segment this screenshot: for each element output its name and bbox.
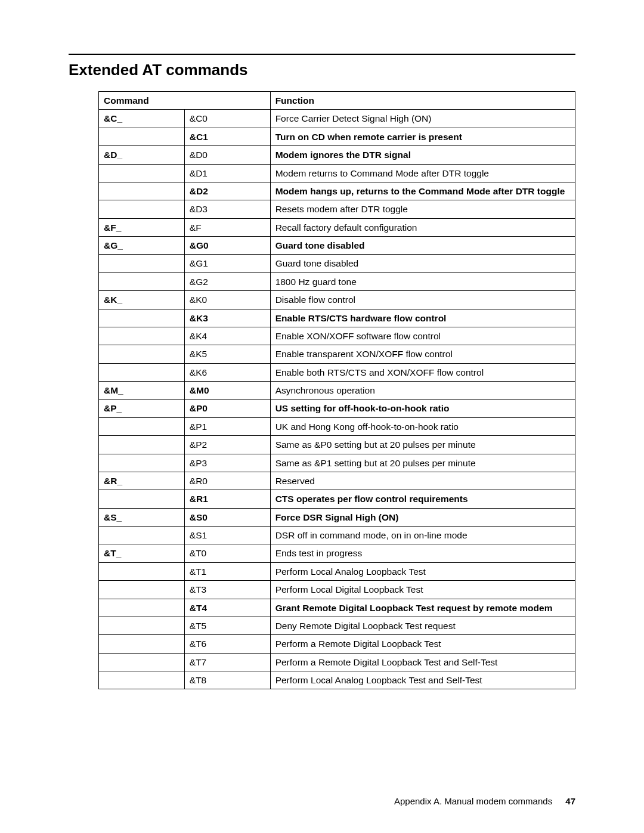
cell-function: Ends test in progress — [270, 544, 575, 562]
cell-command-group — [99, 255, 185, 272]
cell-command-code: &T3 — [184, 581, 270, 599]
cell-command-code: &F — [184, 218, 270, 236]
cell-command-group — [99, 581, 185, 599]
cell-function: Perform a Remote Digital Loopback Test a… — [270, 653, 575, 671]
cell-function: Same as &P0 setting but at 20 pulses per… — [270, 436, 575, 454]
cell-command-code: &P1 — [184, 417, 270, 435]
table-row: &D_&D0Modem ignores the DTR signal — [99, 146, 575, 164]
cell-command-group — [99, 272, 185, 290]
cell-command-group — [99, 128, 185, 145]
cell-function: Enable XON/XOFF software flow control — [270, 327, 575, 345]
cell-command-group: &K_ — [99, 291, 185, 309]
cell-function: Asynchronous operation — [270, 382, 575, 400]
cell-command-code: &S0 — [184, 508, 270, 526]
cell-command-group — [99, 164, 185, 182]
cell-command-group — [99, 599, 185, 617]
cell-command-group: &F_ — [99, 218, 185, 236]
cell-command-code: &K6 — [184, 363, 270, 381]
cell-function: CTS operates per flow control requiremen… — [270, 490, 575, 508]
cell-function: Turn on CD when remote carrier is presen… — [270, 128, 575, 145]
cell-function: Enable both RTS/CTS and XON/XOFF flow co… — [270, 363, 575, 381]
cell-function: Modem hangs up, returns to the Command M… — [270, 182, 575, 200]
page-title: Extended AT commands — [69, 61, 575, 79]
cell-function: Recall factory default configuration — [270, 218, 575, 236]
table-row: &T5Deny Remote Digital Loopback Test req… — [99, 617, 575, 634]
cell-command-group — [99, 490, 185, 508]
cell-command-group: &C_ — [99, 110, 185, 128]
cell-command-code: &K5 — [184, 345, 270, 363]
cell-command-group: &T_ — [99, 544, 185, 562]
cell-command-group: &S_ — [99, 508, 185, 526]
cell-command-code: &G2 — [184, 272, 270, 290]
document-page: Extended AT commands Command Function &C… — [0, 0, 644, 833]
table-row: &K4Enable XON/XOFF software flow control — [99, 327, 575, 345]
cell-function: Modem ignores the DTR signal — [270, 146, 575, 164]
cell-command-code: &P2 — [184, 436, 270, 454]
cell-function: Enable RTS/CTS hardware flow control — [270, 309, 575, 327]
table-row: &P1UK and Hong Kong off-hook-to-on-hook … — [99, 417, 575, 435]
cell-command-group — [99, 200, 185, 218]
cell-function: Perform Local Analog Loopback Test and S… — [270, 671, 575, 689]
cell-command-code: &T4 — [184, 599, 270, 617]
cell-command-group — [99, 562, 185, 580]
table-row: &T1Perform Local Analog Loopback Test — [99, 562, 575, 580]
header-function: Function — [270, 92, 575, 110]
cell-command-group — [99, 454, 185, 472]
cell-command-group — [99, 671, 185, 689]
table-row: &T4Grant Remote Digital Loopback Test re… — [99, 599, 575, 617]
cell-function: Perform Local Analog Loopback Test — [270, 562, 575, 580]
cell-command-group — [99, 635, 185, 653]
cell-command-code: &M0 — [184, 382, 270, 400]
cell-command-group: &P_ — [99, 400, 185, 417]
horizontal-rule — [69, 54, 575, 55]
footer-appendix: Appendix A. Manual modem commands — [394, 796, 552, 806]
cell-command-code: &D0 — [184, 146, 270, 164]
cell-command-group — [99, 417, 185, 435]
table-row: &S_&S0Force DSR Signal High (ON) — [99, 508, 575, 526]
cell-command-code: &T0 — [184, 544, 270, 562]
cell-command-group — [99, 309, 185, 327]
cell-command-code: &R1 — [184, 490, 270, 508]
cell-function: Perform Local Digital Loopback Test — [270, 581, 575, 599]
cell-command-group — [99, 345, 185, 363]
cell-function: 1800 Hz guard tone — [270, 272, 575, 290]
cell-command-group — [99, 653, 185, 671]
cell-command-group: &R_ — [99, 472, 185, 490]
cell-command-code: &G1 — [184, 255, 270, 272]
cell-command-code: &K3 — [184, 309, 270, 327]
cell-function: Deny Remote Digital Loopback Test reques… — [270, 617, 575, 634]
cell-function: Same as &P1 setting but at 20 pulses per… — [270, 454, 575, 472]
cell-function: Enable transparent XON/XOFF flow control — [270, 345, 575, 363]
table-row: &P2Same as &P0 setting but at 20 pulses … — [99, 436, 575, 454]
cell-command-code: &K4 — [184, 327, 270, 345]
table-row: &S1DSR off in command mode, on in on-lin… — [99, 527, 575, 544]
commands-table: Command Function &C_&C0Force Carrier Det… — [98, 91, 575, 689]
cell-command-code: &T6 — [184, 635, 270, 653]
cell-command-group — [99, 527, 185, 544]
table-row: &D2Modem hangs up, returns to the Comman… — [99, 182, 575, 200]
cell-command-group — [99, 327, 185, 345]
cell-command-code: &P0 — [184, 400, 270, 417]
cell-command-group: &D_ — [99, 146, 185, 164]
table-row: &R1CTS operates per flow control require… — [99, 490, 575, 508]
header-command: Command — [99, 92, 271, 110]
table-row: &R_&R0Reserved — [99, 472, 575, 490]
table-row: &T6Perform a Remote Digital Loopback Tes… — [99, 635, 575, 653]
table-row: &T3Perform Local Digital Loopback Test — [99, 581, 575, 599]
table-row: &K5Enable transparent XON/XOFF flow cont… — [99, 345, 575, 363]
cell-command-code: &K0 — [184, 291, 270, 309]
cell-command-group — [99, 617, 185, 634]
cell-function: Guard tone disabled — [270, 255, 575, 272]
table-row: &K3Enable RTS/CTS hardware flow control — [99, 309, 575, 327]
table-row: &T7Perform a Remote Digital Loopback Tes… — [99, 653, 575, 671]
cell-command-code: &C1 — [184, 128, 270, 145]
cell-function: Resets modem after DTR toggle — [270, 200, 575, 218]
table-row: &M_&M0Asynchronous operation — [99, 382, 575, 400]
cell-command-code: &S1 — [184, 527, 270, 544]
cell-function: Disable flow control — [270, 291, 575, 309]
cell-function: Perform a Remote Digital Loopback Test — [270, 635, 575, 653]
footer-page-number: 47 — [565, 796, 575, 806]
cell-command-code: &R0 — [184, 472, 270, 490]
cell-function: Reserved — [270, 472, 575, 490]
cell-function: UK and Hong Kong off-hook-to-on-hook rat… — [270, 417, 575, 435]
